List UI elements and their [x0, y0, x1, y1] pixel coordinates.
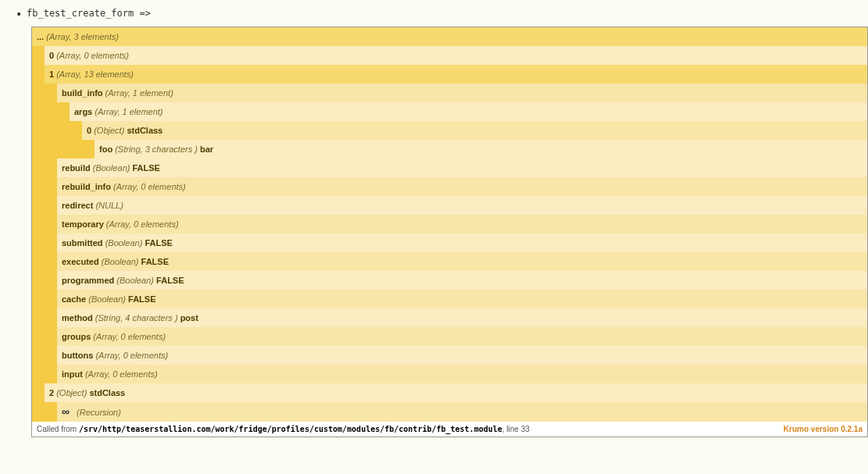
krumo-row-temporary[interactable]: temporary (Array, 0 elements) — [57, 215, 867, 233]
row-type: (NULL) — [95, 201, 123, 210]
row-type: (Object) — [94, 126, 124, 135]
row-type: (String, 4 characters ) — [95, 313, 178, 323]
row-key: cache — [62, 294, 86, 304]
row-type: (Boolean) — [105, 238, 143, 248]
krumo-footer: Called from /srv/http/teaserstallion.com… — [32, 422, 867, 437]
row-value: stdClass — [127, 126, 163, 135]
krumo-row-recursion[interactable]: ∞ (Recursion) — [57, 402, 867, 422]
krumo-row-args[interactable]: args (Array, 1 element) — [70, 102, 867, 121]
row-key: 2 — [49, 388, 54, 397]
row-value: FALSE — [141, 257, 169, 266]
row-key: executed — [62, 257, 99, 266]
row-type: (String, 3 characters ) — [115, 144, 198, 154]
row-key: programmed — [62, 276, 114, 285]
row-value: FALSE — [156, 276, 184, 285]
row-key: args — [74, 107, 92, 116]
krumo-nest-build_info: args (Array, 1 element) 0 (Object) stdCl… — [57, 102, 867, 159]
row-type: (Recursion) — [77, 408, 121, 417]
row-type: (Boolean) — [116, 276, 154, 285]
krumo-row-args-0[interactable]: 0 (Object) stdClass — [82, 121, 867, 140]
row-key: 0 — [49, 51, 54, 60]
row-key: foo — [99, 144, 113, 154]
row-type: (Array, 1 element) — [95, 107, 163, 116]
row-type: (Array, 13 elements) — [56, 69, 134, 79]
krumo-row-root[interactable]: ... (Array, 3 elements) — [32, 27, 867, 46]
row-type: (Array, 3 elements) — [46, 32, 119, 41]
krumo-row-groups[interactable]: groups (Array, 0 elements) — [57, 327, 867, 346]
row-key: rebuild — [62, 163, 91, 173]
krumo-row-1[interactable]: 1 (Array, 13 elements) — [45, 65, 867, 84]
footer-line-prefix: , line — [502, 425, 521, 433]
row-type: (Array, 0 elements) — [95, 351, 168, 360]
row-key: buttons — [62, 351, 93, 360]
krumo-row-foo[interactable]: foo (String, 3 characters ) bar — [95, 140, 867, 159]
krumo-nest-1: build_info (Array, 1 element) args (Arra… — [45, 84, 867, 383]
krumo-row-0[interactable]: 0 (Array, 0 elements) — [45, 46, 867, 65]
krumo-nest-args: 0 (Object) stdClass foo (String, 3 chara… — [70, 121, 867, 159]
krumo-brand-link[interactable]: Krumo version 0.2.1a — [784, 425, 863, 433]
row-key: redirect — [62, 201, 93, 210]
krumo-nest-root: 0 (Array, 0 elements) 1 (Array, 13 eleme… — [32, 46, 867, 422]
row-key: temporary — [62, 219, 104, 229]
row-key: submitted — [62, 238, 103, 248]
footer-called-prefix: Called from — [37, 425, 79, 433]
row-value: stdClass — [89, 388, 125, 397]
row-value: bar — [200, 144, 213, 154]
row-key: build_info — [62, 88, 103, 98]
row-type: (Array, 0 elements) — [56, 51, 129, 60]
row-type: (Array, 0 elements) — [85, 369, 158, 379]
row-type: (Array, 1 element) — [105, 88, 173, 98]
infinity-icon: ∞ — [62, 405, 70, 418]
row-type: (Boolean) — [88, 294, 126, 304]
krumo-row-2[interactable]: 2 (Object) stdClass — [45, 383, 867, 402]
dump-label-text: fb_test_create_form => — [27, 8, 151, 19]
krumo-row-rebuild[interactable]: rebuild (Boolean) FALSE — [57, 159, 867, 177]
krumo-row-redirect[interactable]: redirect (NULL) — [57, 196, 867, 215]
krumo-row-executed[interactable]: executed (Boolean) FALSE — [57, 252, 867, 271]
krumo-row-method[interactable]: method (String, 4 characters ) post — [57, 308, 867, 327]
krumo-row-programmed[interactable]: programmed (Boolean) FALSE — [57, 271, 867, 290]
row-type: (Boolean) — [93, 163, 130, 173]
krumo-row-buttons[interactable]: buttons (Array, 0 elements) — [57, 346, 867, 365]
dump-label: fb_test_create_form => — [16, 8, 868, 19]
row-key: input — [62, 369, 83, 379]
row-type: (Array, 0 elements) — [113, 182, 186, 191]
krumo-nest-args-0: foo (String, 3 characters ) bar — [82, 140, 867, 159]
footer-line-number: 33 — [521, 425, 530, 433]
footer-called-from: Called from /srv/http/teaserstallion.com… — [37, 425, 530, 433]
row-key: 0 — [87, 126, 91, 135]
krumo-row-submitted[interactable]: submitted (Boolean) FALSE — [57, 233, 867, 252]
row-type: (Array, 0 elements) — [93, 332, 166, 341]
krumo-row-cache[interactable]: cache (Boolean) FALSE — [57, 290, 867, 308]
row-key: method — [62, 313, 93, 323]
row-type: (Array, 0 elements) — [106, 219, 179, 229]
row-type: (Object) — [56, 388, 87, 397]
row-value: FALSE — [145, 238, 172, 248]
krumo-row-input[interactable]: input (Array, 0 elements) — [57, 365, 867, 383]
krumo-root-container: ... (Array, 3 elements) 0 (Array, 0 elem… — [31, 27, 868, 437]
row-key: 1 — [49, 69, 54, 79]
row-key: groups — [62, 332, 91, 341]
krumo-row-build_info[interactable]: build_info (Array, 1 element) — [57, 84, 867, 102]
row-key: ... — [37, 32, 44, 41]
krumo-nest-2: ∞ (Recursion) — [45, 402, 867, 422]
footer-path: /srv/http/teaserstallion.com/work/fridge… — [79, 425, 502, 433]
row-type: (Boolean) — [102, 257, 139, 266]
row-value: post — [180, 313, 198, 323]
row-key: rebuild_info — [62, 182, 111, 191]
row-value: FALSE — [133, 163, 160, 173]
row-value: FALSE — [128, 294, 155, 304]
krumo-row-rebuild_info[interactable]: rebuild_info (Array, 0 elements) — [57, 177, 867, 196]
